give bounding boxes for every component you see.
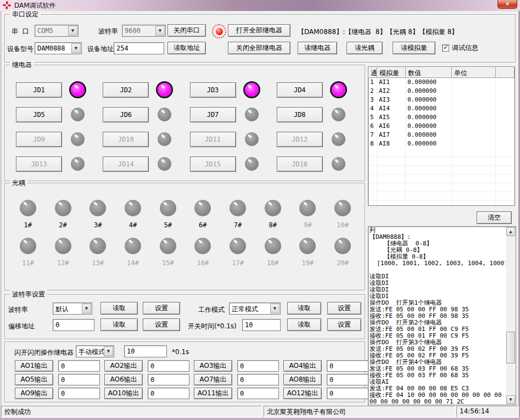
log-text[interactable]: 列 【DAM0888】: 【继电器 0-8】 【光耦 0-8】 【模拟量 0-8… [370,227,506,404]
log-scrollbar[interactable]: ▲ ▼ [506,227,515,404]
table-header-analog[interactable]: 模拟量 [377,67,406,78]
baud-default-select[interactable]: 默认 ▼ [53,303,92,315]
switch-time-input[interactable] [242,319,281,331]
table-row[interactable]: 4 AI4 0.000000 [368,104,515,113]
table-row[interactable]: 6 AI6 0.000000 [368,122,515,131]
analog-output-button[interactable]: AO2输出 [104,360,143,372]
analog-output-button[interactable]: AO6输出 [104,374,143,385]
baud-label: 波特率 [8,305,28,315]
scroll-up-icon[interactable]: ▲ [506,227,515,236]
analog-output-value-input[interactable] [327,360,368,372]
table-row[interactable]: 1 AI1 0.000000 [368,78,515,87]
analog-output-value-input[interactable] [237,374,279,385]
chevron-down-icon[interactable]: ▼ [68,26,77,36]
chevron-down-icon[interactable]: ▼ [155,26,165,36]
table-header-unit[interactable]: 单位 [452,67,496,78]
analog-output-value-input[interactable] [148,374,189,385]
flash-mode-select[interactable]: 手动模式 ▼ [76,345,114,357]
relay-button[interactable]: JD5 [16,107,62,122]
analog-output-button[interactable]: AO1输出 [15,360,53,372]
close-all-relays-button[interactable]: 关闭全部继电器 [228,42,290,54]
table-row[interactable]: 5 AI5 0.000000 [368,113,515,122]
opto-group: 光耦 1# 2# 3# 4# [4,183,365,290]
relay-button[interactable]: JD12 [277,132,323,147]
analog-output-button[interactable]: AO4输出 [283,360,322,372]
relay-button[interactable]: JD7 [190,107,236,122]
relay-button[interactable]: JD14 [103,156,149,172]
workmode-read-button[interactable]: 读取 [287,302,321,315]
relay-button[interactable]: JD3 [190,82,236,98]
read-relay-button[interactable]: 读继电器 [298,42,337,54]
analog-output-value-input[interactable] [327,374,368,385]
chevron-down-icon[interactable]: ▼ [104,346,113,356]
open-all-relays-button[interactable]: 打开全部继电器 [228,24,290,37]
analog-output-button[interactable]: AO12输出 [283,388,322,399]
baud-read-button[interactable]: 读取 [100,302,138,315]
read-analog-button[interactable]: 读模拟量 [393,42,435,54]
relay-button[interactable]: JD1 [16,82,62,98]
flash-time-input[interactable] [124,345,167,357]
table-header-value[interactable]: 数值 [406,67,452,78]
baudrate-select[interactable]: 9600 ▼ [122,25,166,37]
analog-output-value-input[interactable] [327,388,368,399]
analog-output-value-input[interactable] [58,360,100,372]
port-select[interactable]: COM5 ▼ [35,25,79,37]
relay-led-indicator [332,157,345,171]
analog-output-button[interactable]: AO3输出 [194,360,232,372]
relay-button[interactable]: JD10 [103,132,149,147]
table-row[interactable]: 8 AI8 0.000000 [368,139,515,148]
read-opto-button[interactable]: 读光耦 [346,42,383,54]
analog-output-value-input[interactable] [58,388,100,399]
offset-set-button[interactable]: 设置 [143,318,180,331]
table-header-channel[interactable]: 通 [368,67,377,78]
workmode-select[interactable]: 正常模式 ▼ [229,303,281,315]
table-header-blank[interactable] [496,67,515,78]
chevron-down-icon[interactable]: ▼ [71,43,81,53]
baud-set-button[interactable]: 设置 [143,302,180,315]
analog-output-button[interactable]: AO5输出 [15,374,53,385]
analog-output-value-input[interactable] [58,374,100,385]
relay-button[interactable]: JD2 [103,82,149,98]
read-address-button[interactable]: 读取地址 [167,42,206,54]
debug-info-checkbox[interactable]: ✓ 调试信息 [442,43,478,53]
table-row[interactable]: 3 AI3 0.000000 [368,96,515,104]
relay-button[interactable]: JD11 [190,132,236,147]
analog-output-value-input[interactable] [148,388,189,399]
switchtime-read-button[interactable]: 读取 [287,318,321,331]
scroll-down-icon[interactable]: ▼ [506,395,515,404]
relay-led-indicator [245,132,259,146]
analog-output-button[interactable]: AO9输出 [15,388,53,399]
analog-output-button[interactable]: AO11输出 [194,388,232,399]
table-row[interactable]: 7 AI7 0.000000 [368,131,515,139]
device-address-input[interactable] [114,42,164,54]
relay-button[interactable]: JD4 [277,82,323,98]
app-logo-icon[interactable] [3,1,11,9]
analog-output-grid: AO1输出 AO2输出 AO3输出 AO4输出 [10,360,361,400]
analog-output-value-input[interactable] [148,360,189,372]
chevron-down-icon[interactable]: ▼ [82,304,91,313]
scrollbar-thumb[interactable] [506,332,515,363]
table-row[interactable]: 2 AI2 0.000000 [368,87,515,96]
chevron-down-icon[interactable]: ▼ [270,304,279,313]
close-serial-button[interactable]: 关闭串口 [167,24,206,37]
cell-channel: 2 [368,87,377,96]
switchtime-set-button[interactable]: 设置 [327,318,361,331]
analog-output-value-input[interactable] [237,388,279,399]
analog-output-button[interactable]: AO10输出 [104,388,143,399]
analog-output-value-input[interactable] [237,360,279,372]
relay-button[interactable]: JD8 [277,107,323,122]
close-button[interactable]: x [497,0,517,9]
relay-button[interactable]: JD6 [103,107,149,122]
workmode-set-button[interactable]: 设置 [327,302,361,315]
relay-button[interactable]: JD13 [16,156,62,172]
offset-read-button[interactable]: 读取 [100,318,138,331]
analog-output-button[interactable]: AO7输出 [194,374,232,385]
relay-cell: JD8 [272,102,359,127]
offset-address-input[interactable] [53,319,94,331]
device-model-select[interactable]: DAM0888 ▼ [35,42,82,54]
relay-button[interactable]: JD9 [16,132,62,147]
clear-log-button[interactable]: 清空 [477,211,512,224]
relay-button[interactable]: JD16 [277,156,323,172]
analog-output-button[interactable]: AO8输出 [283,374,322,385]
relay-button[interactable]: JD15 [190,156,236,172]
